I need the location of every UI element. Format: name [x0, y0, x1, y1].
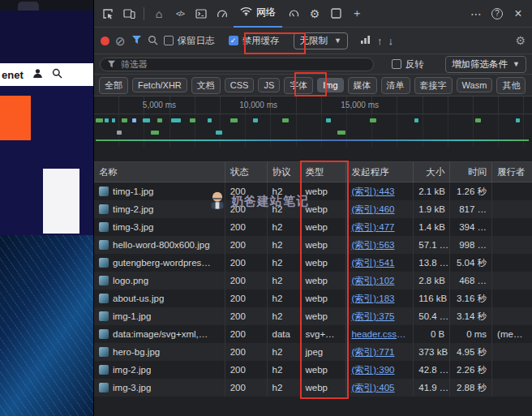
cell-protocol: h2 [268, 218, 301, 236]
overview-bar [122, 118, 127, 122]
device-toolbar-button[interactable] [119, 3, 139, 24]
initiator-link[interactable]: (索引):460 [351, 200, 408, 218]
filter-chip-其他[interactable]: 其他 [496, 77, 526, 94]
filter-chip-字体[interactable]: 字体 [284, 77, 313, 94]
column-header-6[interactable]: 时间 [450, 162, 492, 182]
disable-cache-checkbox[interactable]: ✓ 禁用缓存 [229, 35, 280, 47]
column-header-4[interactable]: 发起程序 [346, 162, 414, 182]
column-header-3[interactable]: 类型 [301, 162, 347, 182]
more-filters-button[interactable]: 增加筛选条件 ▼ [445, 56, 526, 73]
clear-button[interactable]: ⊘ [115, 35, 126, 47]
cell-initiator[interactable]: (索引):771 [346, 343, 414, 361]
cell-initiator[interactable]: (索引):390 [346, 361, 414, 379]
home-tab[interactable]: ⌂ [149, 3, 169, 24]
settings-gear-button[interactable]: ⚙ [305, 3, 324, 24]
screen: enet ⌂ </> [0, 0, 532, 416]
initiator-link[interactable]: (索引):541 [351, 254, 408, 272]
performance-tab[interactable] [212, 3, 232, 24]
cell-initiator[interactable]: (索引):183 [346, 289, 414, 307]
filter-chip-清单[interactable]: 清单 [381, 77, 410, 94]
initiator-link[interactable]: (索引):477 [351, 218, 408, 236]
table-row[interactable]: gutengberg-wordpres…200h2webp(索引):54113.… [94, 254, 532, 272]
network-conditions-button[interactable] [360, 35, 371, 46]
cell-initiator[interactable]: (索引):375 [346, 307, 414, 325]
console-tab[interactable] [191, 3, 211, 24]
filter-chip-Img[interactable]: Img [317, 78, 343, 92]
filter-chip-Wasm[interactable]: Wasm [457, 78, 493, 92]
browser-tab[interactable] [18, 2, 39, 11]
throttling-select[interactable]: 无限制 ▼ [294, 32, 348, 49]
cell-initiator[interactable]: (索引):405 [346, 379, 414, 397]
cell-status: 200 [225, 343, 268, 361]
filter-chip-CSS[interactable]: CSS [225, 78, 255, 92]
column-header-1[interactable]: 状态 [225, 162, 268, 182]
more-tools-button[interactable] [326, 3, 345, 24]
filter-chip-套接字[interactable]: 套接字 [414, 77, 453, 94]
initiator-link[interactable]: (索引):771 [351, 343, 408, 361]
filter-toggle-button[interactable] [131, 35, 142, 46]
filter-chip-媒体[interactable]: 媒体 [348, 77, 377, 94]
record-button[interactable] [101, 36, 109, 45]
filter-chip-JS[interactable]: JS [258, 78, 280, 92]
table-row[interactable]: timg-3.jpg200h2webp(索引):4771.4 kB394 … [94, 218, 532, 236]
cell-initiator[interactable]: (索引):443 [346, 182, 414, 200]
chevron-down-icon: ▼ [334, 36, 341, 45]
initiator-link[interactable]: (索引):405 [351, 379, 408, 397]
table-row[interactable]: img-1.jpg200h2webp(索引):37550.4 …3.14 秒 [94, 307, 532, 325]
export-har-button[interactable]: ↓ [388, 35, 394, 47]
cell-time: 2.88 秒 [450, 379, 492, 397]
column-header-0[interactable]: 名称 [94, 162, 225, 182]
close-devtools-button[interactable]: × [508, 3, 528, 24]
table-row[interactable]: data:image/svg+xml,…200datasvg+…header.c… [94, 325, 532, 343]
cell-initiator[interactable]: (索引):477 [346, 218, 414, 236]
filter-chip-文档[interactable]: 文档 [191, 77, 221, 94]
column-header-5[interactable]: 大小 [414, 162, 450, 182]
cell-fulfilled [492, 361, 532, 379]
table-row[interactable]: img-2.jpg200h2webp(索引):39042.8 …2.26 秒 [94, 361, 532, 379]
filter-input[interactable]: 筛选器 [100, 58, 374, 71]
cell-initiator[interactable]: (索引):460 [346, 200, 414, 218]
cell-size: 2.1 kB [414, 182, 450, 200]
table-row[interactable]: hero-bg.jpg200h2jpeg(索引):771373 kB4.95 秒 [94, 343, 532, 361]
column-header-2[interactable]: 协议 [268, 162, 301, 182]
timeline-overview[interactable] [94, 114, 532, 147]
initiator-link[interactable]: (索引):390 [351, 361, 408, 379]
initiator-link[interactable]: (索引):443 [351, 182, 408, 200]
tab-network[interactable]: 网络 [234, 0, 282, 28]
user-account-icon[interactable] [32, 67, 43, 82]
table-row[interactable]: logo.png200h2webp(索引):1022.8 kB468 … [94, 272, 532, 289]
preserve-log-checkbox[interactable]: 保留日志 [164, 35, 215, 47]
cell-initiator[interactable]: (索引):563 [346, 236, 414, 254]
table-row[interactable]: hello-word-800x600.jpg200h2webp(索引):5635… [94, 236, 532, 254]
initiator-link[interactable]: (索引):183 [351, 289, 408, 307]
add-panel-button[interactable]: ＋ [347, 3, 367, 24]
initiator-link[interactable]: (索引):102 [351, 272, 408, 289]
initiator-link[interactable]: (索引):563 [351, 236, 408, 254]
help-button[interactable]: ? [487, 3, 507, 24]
cell-initiator[interactable]: (索引):541 [346, 254, 414, 272]
filter-chip-全部[interactable]: 全部 [99, 77, 128, 94]
filter-chip-Fetch/XHR[interactable]: Fetch/XHR [132, 78, 187, 92]
cell-name: img-2.jpg [94, 361, 225, 379]
memory-tab[interactable] [284, 3, 303, 24]
initiator-link[interactable]: header.css?ve… [351, 325, 408, 343]
table-row[interactable]: timg-1.jpg200h2webp(索引):4432.1 kB1.26 秒 [94, 182, 532, 200]
more-options-button[interactable]: ⋯ [466, 3, 486, 24]
initiator-link[interactable]: (索引):375 [351, 307, 408, 325]
tech-image [0, 235, 93, 416]
invert-checkbox[interactable]: 反转 [392, 58, 424, 71]
column-header-7[interactable]: 履行者 [492, 162, 532, 182]
overview-bar [117, 131, 122, 135]
table-row[interactable]: img-3.jpg200h2webp(索引):40541.9 …2.88 秒 [94, 379, 532, 397]
table-row[interactable]: timg-2.jpg200h2webp(索引):4601.9 kB817 … [94, 200, 532, 218]
import-har-button[interactable]: ↑ [377, 35, 383, 47]
chevron-down-icon: ▼ [513, 60, 520, 68]
search-button[interactable] [148, 35, 158, 47]
table-row[interactable]: about-us.jpg200h2webp(索引):183116 kB3.16 … [94, 289, 532, 307]
site-search-icon[interactable] [52, 67, 62, 82]
cell-initiator[interactable]: header.css?ve… [346, 325, 414, 343]
network-settings-button[interactable]: ⚙ [515, 35, 526, 46]
sources-tab[interactable]: </> [170, 3, 190, 24]
cell-initiator[interactable]: (索引):102 [346, 272, 414, 289]
inspect-element-button[interactable] [98, 3, 118, 24]
